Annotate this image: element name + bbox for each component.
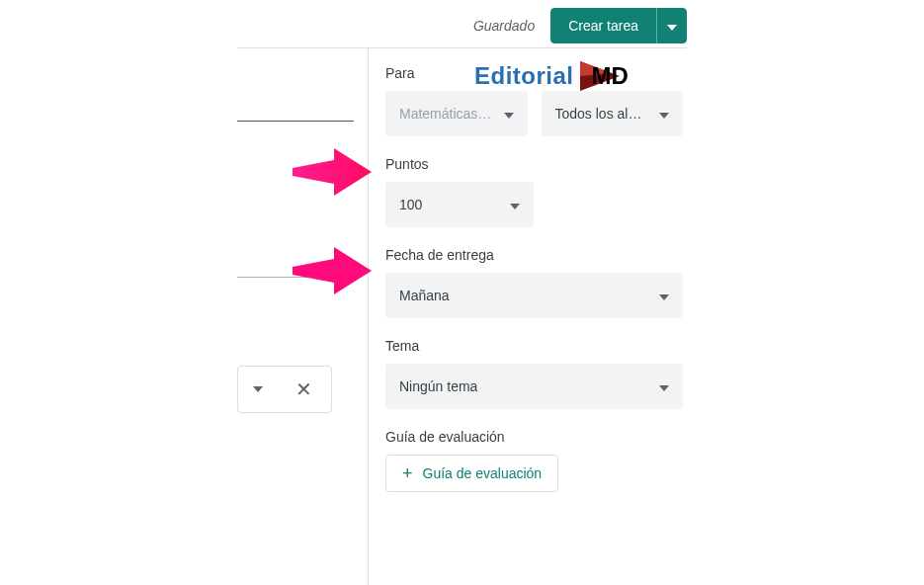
create-task-button[interactable]: Crear tarea xyxy=(550,8,656,43)
saved-status: Guardado xyxy=(473,18,535,34)
annotation-arrow-1 xyxy=(293,148,372,196)
caret-down-icon[interactable] xyxy=(249,386,267,392)
caret-down-icon xyxy=(659,106,669,122)
create-task-dropdown-button[interactable] xyxy=(656,8,687,43)
svg-marker-0 xyxy=(293,148,372,196)
input-underline-2 xyxy=(237,277,354,278)
para-label: Para xyxy=(385,65,683,81)
annotation-arrow-2 xyxy=(293,247,372,294)
puntos-label: Puntos xyxy=(385,156,683,172)
class-dropdown-value: Matemáticas… xyxy=(399,106,491,122)
points-dropdown[interactable]: 100 xyxy=(385,182,534,227)
due-date-value: Mañana xyxy=(399,288,450,303)
add-rubric-button-label: Guía de evaluación xyxy=(423,465,543,481)
class-dropdown[interactable]: Matemáticas… xyxy=(385,91,528,136)
svg-marker-1 xyxy=(293,247,372,294)
caret-down-icon xyxy=(659,378,669,394)
students-dropdown-value: Todos los al… xyxy=(555,106,642,122)
input-underline-1 xyxy=(237,121,354,122)
sidebar-divider xyxy=(368,47,369,585)
topic-dropdown[interactable]: Ningún tema xyxy=(385,364,683,409)
caret-down-icon xyxy=(504,106,514,122)
fecha-label: Fecha de entrega xyxy=(385,247,683,263)
header-divider xyxy=(237,47,687,48)
topic-value: Ningún tema xyxy=(399,378,477,394)
students-dropdown[interactable]: Todos los al… xyxy=(542,91,684,136)
create-task-split-button[interactable]: Crear tarea xyxy=(550,8,687,43)
caret-down-icon xyxy=(667,19,677,34)
tema-label: Tema xyxy=(385,338,683,354)
close-icon[interactable]: ✕ xyxy=(288,377,320,401)
rubric-label: Guía de evaluación xyxy=(385,429,683,445)
caret-down-icon xyxy=(659,288,669,303)
add-rubric-button[interactable]: + Guía de evaluación xyxy=(385,455,558,492)
due-date-dropdown[interactable]: Mañana xyxy=(385,273,683,318)
caret-down-icon xyxy=(510,197,520,212)
points-value: 100 xyxy=(399,197,422,212)
attachment-chip[interactable]: ✕ xyxy=(237,366,332,413)
assignment-sidebar: Para Matemáticas… Todos los al… Puntos 1… xyxy=(385,59,687,575)
